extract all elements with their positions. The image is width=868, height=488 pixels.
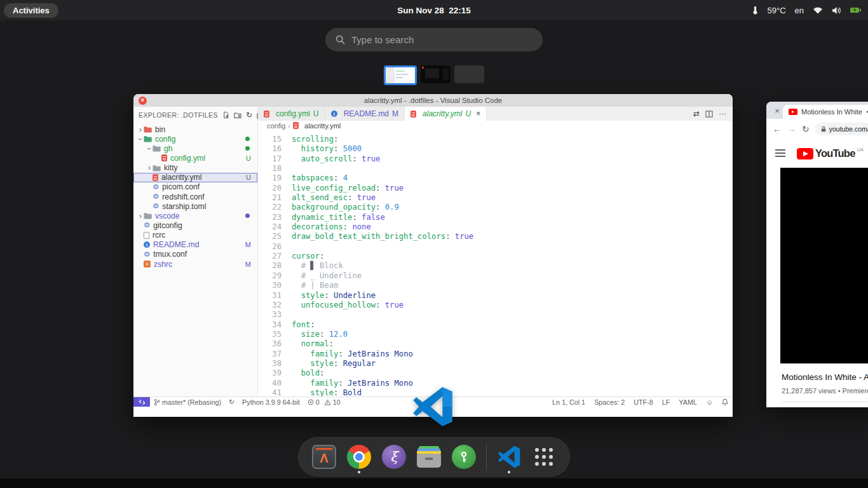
code-editor[interactable]: 15scrolling:16 history: 500017 auto_scro…	[258, 130, 733, 396]
eol-sequence[interactable]: LF	[658, 398, 675, 406]
git-status-badge: U	[466, 109, 471, 118]
tree-item-bin[interactable]: bin	[133, 125, 257, 134]
wifi-icon[interactable]	[813, 6, 823, 14]
code-line-31: 31 style: Underline	[258, 291, 733, 301]
code-line-30: 30 # | Beam	[258, 281, 733, 290]
editor-tab-README.md[interactable]: README.mdM	[325, 107, 405, 121]
tree-item-kitty[interactable]: kitty	[133, 163, 257, 173]
encoding[interactable]: UTF-8	[629, 398, 658, 406]
dock-files[interactable]	[415, 437, 443, 477]
tab-close-icon[interactable]: ×	[771, 106, 783, 116]
keyboard-layout[interactable]: en	[795, 6, 804, 15]
split-editor-icon[interactable]	[705, 111, 713, 118]
code-line-21: 21alt_send_esc: true	[258, 193, 733, 203]
breadcrumb-separator-icon: ›	[288, 122, 290, 130]
workspace-thumbnail-2[interactable]	[421, 65, 451, 83]
editor-tab-config.yml[interactable]: config.ymlU	[258, 107, 325, 121]
workspace-switcher	[0, 65, 868, 85]
screen-bottom-edge	[0, 478, 868, 488]
code-line-19: 19tabspaces: 4	[258, 173, 733, 183]
code-line-39: 39 bold:	[258, 369, 733, 378]
chrome-window[interactable]: × Motionless In White - A ← → ↻ youtube.…	[766, 102, 868, 407]
open-changes-icon[interactable]: ⇄	[693, 109, 700, 118]
branch-icon	[154, 398, 160, 406]
code-line-27: 27cursor:	[258, 252, 733, 261]
tree-item-gitconfig[interactable]: gitconfig	[133, 220, 257, 230]
clock[interactable]: Sun Nov 28 22:15	[397, 6, 471, 15]
dock-vscode[interactable]	[495, 437, 523, 477]
reload-icon[interactable]: ↻	[802, 125, 810, 133]
youtube-logo[interactable]: YouTube UA	[797, 147, 864, 159]
volume-icon[interactable]	[832, 6, 841, 15]
tree-item-tmux.conf[interactable]: tmux.conf	[133, 250, 257, 259]
tree-item-gh[interactable]: gh	[133, 144, 257, 153]
search-input[interactable]: Type to search	[325, 28, 543, 51]
more-editor-actions-icon[interactable]: ···	[719, 109, 726, 118]
close-window-icon[interactable]: ×	[139, 97, 147, 105]
chrome-icon	[347, 445, 371, 469]
code-line-32: 32 unfocused_hollow: true	[258, 301, 733, 310]
chevron-icon	[137, 212, 144, 220]
git-status-badge: U	[313, 109, 319, 118]
tree-item-picom.conf[interactable]: picom.conf	[133, 182, 257, 192]
dock-chrome[interactable]	[345, 437, 373, 477]
chrome-toolbar: ← → ↻ youtube.com/wa	[766, 119, 868, 139]
remote-indicator[interactable]	[133, 397, 150, 407]
tree-item-alacritty.yml[interactable]: alacritty.ymlU	[133, 173, 257, 182]
activities-button[interactable]: Activities	[4, 3, 58, 18]
battery-charging-icon[interactable]: ϟ	[850, 8, 859, 13]
lock-icon	[821, 126, 826, 132]
cursor-position[interactable]: Ln 1, Col 1	[548, 398, 590, 406]
workspace-thumbnail-new[interactable]	[454, 65, 484, 83]
thermometer-icon	[752, 5, 758, 15]
vscode-window[interactable]: × alacritty.yml - .dotfiles - Visual Stu…	[133, 94, 733, 417]
file-tree: binconfigghconfig.ymlUkittyalacritty.yml…	[133, 123, 257, 396]
editor-tab-alacritty.yml[interactable]: alacritty.ymlU×	[405, 107, 487, 121]
breadcrumb-file[interactable]: alacritty.yml	[304, 122, 341, 130]
tree-item-vscode[interactable]: vscode	[133, 211, 257, 220]
folder-icon	[153, 165, 161, 172]
python-interpreter[interactable]: Python 3.9.9 64-bit	[238, 398, 304, 406]
git-branch-indicator[interactable]: master* (Rebasing)	[150, 398, 225, 406]
code-line-29: 29 # _ Underline	[258, 271, 733, 281]
code-line-25: 25draw_bold_text_with_bright_colors: tru…	[258, 232, 733, 241]
code-line-23: 23dynamic_title: false	[258, 213, 733, 222]
feedback-icon[interactable]: ☺	[702, 398, 717, 406]
back-icon[interactable]: ←	[773, 125, 782, 133]
new-folder-icon[interactable]	[234, 112, 241, 119]
new-file-icon[interactable]	[222, 111, 229, 119]
address-bar[interactable]: youtube.com/wa	[815, 123, 868, 135]
tree-item-zshrc[interactable]: zshrcM	[133, 259, 257, 269]
tree-item-config.yml[interactable]: config.ymlU	[133, 153, 257, 163]
tree-item-redshift.conf[interactable]: redshift.conf	[133, 192, 257, 201]
notifications-bell-icon[interactable]	[717, 398, 733, 405]
dock-keepassxc[interactable]	[450, 437, 478, 477]
indentation[interactable]: Spaces: 2	[590, 398, 629, 406]
app-grid-icon	[535, 448, 553, 466]
refresh-icon[interactable]: ↻	[246, 111, 252, 119]
video-player[interactable]	[780, 168, 868, 363]
git-status-badge: M	[245, 241, 251, 248]
menu-hamburger-icon[interactable]	[775, 149, 785, 157]
breadcrumb-folder[interactable]: config	[267, 122, 285, 130]
git-status-badge: M	[392, 109, 398, 118]
tree-item-starship.toml[interactable]: starship.toml	[133, 201, 257, 211]
vscode-app-icon[interactable]	[412, 386, 453, 427]
forward-icon[interactable]: →	[787, 125, 796, 133]
dock-alacritty[interactable]: Λ	[310, 437, 338, 477]
tree-item-config[interactable]: config	[133, 134, 257, 144]
close-tab-icon[interactable]: ×	[476, 109, 480, 118]
file-icon	[144, 232, 149, 239]
chrome-active-tab[interactable]: Motionless In White - A	[783, 105, 868, 119]
problems-indicator[interactable]: 0 10	[304, 398, 344, 406]
workspace-thumbnail-active[interactable]	[384, 65, 417, 85]
sync-icon[interactable]: ↻	[225, 398, 238, 406]
dock-emacs[interactable]: ξ	[380, 437, 408, 477]
language-mode[interactable]: YAML	[674, 398, 702, 406]
tree-item-README.md[interactable]: README.mdM	[133, 240, 257, 250]
breadcrumb[interactable]: config › alacritty.yml	[258, 121, 733, 130]
dock-app-grid[interactable]	[530, 437, 558, 477]
info-icon	[331, 111, 337, 117]
tree-item-rcrc[interactable]: rcrc	[133, 231, 257, 240]
file-cabinet-icon	[417, 446, 441, 468]
